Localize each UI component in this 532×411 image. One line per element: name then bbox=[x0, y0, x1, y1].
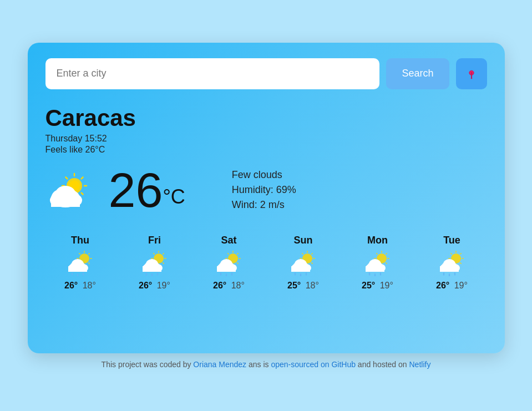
svg-line-24 bbox=[88, 262, 89, 263]
svg-rect-31 bbox=[68, 266, 87, 272]
svg-line-25 bbox=[88, 253, 89, 253]
forecast-weather-icon bbox=[215, 251, 243, 276]
svg-line-75 bbox=[311, 262, 312, 263]
svg-line-91 bbox=[376, 253, 377, 253]
forecast-day-name: Thu bbox=[71, 235, 89, 246]
forecast-day: Mon 25° 19° bbox=[343, 235, 413, 291]
svg-line-10 bbox=[81, 177, 83, 179]
current-details: Few clouds Humidity: 69% Wind: 2 m/s bbox=[232, 169, 296, 211]
svg-point-1 bbox=[470, 78, 472, 79]
forecast-low: 19° bbox=[380, 281, 393, 290]
footer-text-after: and hosted on bbox=[356, 360, 409, 369]
svg-line-58 bbox=[237, 262, 237, 263]
forecast-low: 18° bbox=[83, 281, 96, 290]
svg-point-68 bbox=[231, 272, 232, 276]
svg-point-100 bbox=[368, 272, 369, 276]
app-wrapper: Search Caracas Thursday 15:52 Feels like… bbox=[28, 43, 505, 369]
svg-line-40 bbox=[153, 253, 154, 253]
footer: This project was coded by Oriana Mendez … bbox=[102, 360, 431, 369]
svg-point-67 bbox=[225, 273, 226, 276]
svg-point-101 bbox=[374, 273, 375, 276]
svg-line-8 bbox=[65, 177, 67, 179]
condition-label: Few clouds bbox=[232, 169, 296, 181]
forecast-weather-icon bbox=[67, 251, 94, 276]
pin-icon bbox=[466, 66, 477, 82]
author-link[interactable]: Oriana Mendez bbox=[193, 360, 246, 369]
svg-rect-17 bbox=[51, 198, 80, 207]
forecast-day-name: Sat bbox=[221, 235, 236, 246]
forecast-day: Fri 26° 19° bbox=[120, 235, 190, 291]
city-name: Caracas bbox=[45, 105, 487, 131]
svg-rect-82 bbox=[291, 266, 310, 272]
svg-point-32 bbox=[71, 272, 72, 276]
svg-line-93 bbox=[386, 253, 386, 253]
location-button[interactable] bbox=[456, 58, 487, 89]
svg-point-33 bbox=[77, 273, 78, 276]
forecast-high: 26° bbox=[213, 281, 226, 290]
footer-text-before: This project was coded by bbox=[102, 360, 194, 369]
search-input[interactable] bbox=[45, 58, 380, 89]
forecast-high: 25° bbox=[287, 281, 301, 290]
svg-rect-65 bbox=[217, 266, 236, 272]
city-datetime: Thursday 15:52 bbox=[45, 134, 487, 144]
forecast-day-name: Sun bbox=[294, 235, 313, 246]
forecast-day-name: Tue bbox=[443, 235, 460, 246]
forecast-low: 18° bbox=[306, 281, 319, 290]
svg-line-59 bbox=[237, 253, 237, 253]
svg-line-108 bbox=[450, 253, 451, 253]
forecast-temps: 25° 18° bbox=[287, 281, 319, 291]
forecast-day: Thu 26° 18° bbox=[45, 235, 115, 291]
svg-line-57 bbox=[227, 253, 228, 253]
search-button[interactable]: Search bbox=[386, 58, 449, 89]
svg-line-92 bbox=[386, 262, 386, 263]
svg-line-42 bbox=[163, 253, 163, 253]
forecast-weather-icon bbox=[290, 251, 317, 276]
forecast-temps: 25° 19° bbox=[362, 281, 393, 291]
forecast-row: Thu 26° 18° Fri bbox=[45, 235, 487, 291]
github-link[interactable]: open-sourced on GitHub bbox=[271, 360, 356, 369]
forecast-low: 18° bbox=[231, 281, 245, 290]
svg-point-50 bbox=[151, 273, 152, 276]
svg-rect-48 bbox=[143, 266, 161, 272]
svg-line-41 bbox=[163, 262, 163, 263]
forecast-weather-icon bbox=[141, 251, 169, 276]
forecast-day: Sun 25° 18° bbox=[268, 235, 338, 291]
svg-line-109 bbox=[460, 262, 460, 263]
svg-line-76 bbox=[311, 253, 312, 253]
current-weather-icon bbox=[45, 170, 95, 210]
svg-point-102 bbox=[379, 272, 381, 276]
forecast-day-name: Fri bbox=[148, 235, 161, 246]
footer-text-middle: ans is bbox=[246, 360, 271, 369]
forecast-high: 26° bbox=[64, 281, 78, 290]
feels-like: Feels like 26°C bbox=[45, 145, 487, 155]
forecast-temps: 26° 18° bbox=[64, 281, 96, 291]
svg-point-118 bbox=[448, 273, 449, 276]
svg-point-83 bbox=[294, 272, 295, 276]
svg-point-34 bbox=[82, 272, 83, 276]
svg-rect-99 bbox=[366, 266, 384, 272]
forecast-day: Tue 26° 19° bbox=[417, 235, 487, 291]
svg-line-110 bbox=[460, 253, 460, 253]
weather-card: Search Caracas Thursday 15:52 Feels like… bbox=[28, 43, 505, 353]
forecast-temps: 26° 18° bbox=[213, 281, 245, 291]
forecast-high: 26° bbox=[436, 281, 449, 290]
svg-point-85 bbox=[305, 272, 306, 276]
svg-line-23 bbox=[79, 253, 79, 253]
wind-label: Wind: 2 m/s bbox=[232, 199, 296, 211]
forecast-temps: 26° 19° bbox=[436, 281, 468, 291]
svg-point-119 bbox=[454, 272, 455, 276]
current-temp: 26 bbox=[109, 163, 163, 217]
forecast-high: 25° bbox=[362, 281, 375, 290]
forecast-low: 19° bbox=[157, 281, 170, 290]
forecast-low: 19° bbox=[454, 281, 468, 290]
svg-line-9 bbox=[81, 192, 83, 194]
forecast-day: Sat 26° 18° bbox=[194, 235, 264, 291]
svg-point-51 bbox=[156, 272, 158, 276]
forecast-weather-icon bbox=[438, 251, 466, 276]
svg-line-74 bbox=[302, 253, 302, 253]
forecast-temps: 26° 19° bbox=[139, 281, 170, 291]
svg-point-117 bbox=[443, 272, 444, 276]
svg-point-66 bbox=[220, 272, 221, 276]
netlify-link[interactable]: Netlify bbox=[409, 360, 431, 369]
humidity-label: Humidity: 69% bbox=[232, 184, 296, 196]
